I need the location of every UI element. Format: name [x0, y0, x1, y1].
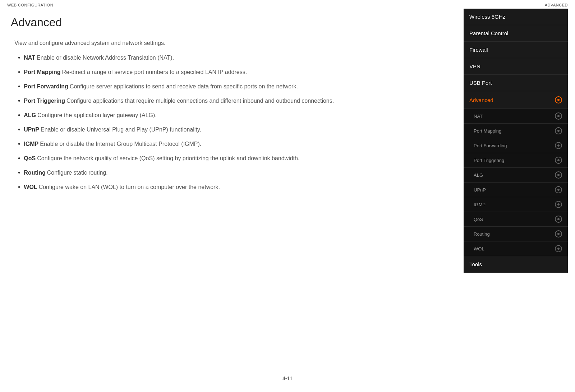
- sidebar-subitem-icon: [555, 216, 562, 223]
- feature-term: Port Mapping: [24, 68, 60, 77]
- feature-term: Routing: [24, 169, 45, 177]
- feature-item: Port Forwarding Configure server applica…: [18, 82, 449, 92]
- main-content: Advanced View and configure advanced sys…: [7, 12, 464, 273]
- header-left-title: Web Configuration: [7, 3, 53, 7]
- sidebar: Wireless 5GHzParental ControlFirewallVPN…: [464, 9, 568, 273]
- page-footer: 4-11: [282, 375, 293, 381]
- feature-term: Port Triggering: [24, 97, 65, 105]
- sidebar-item-vpn[interactable]: VPN: [464, 58, 568, 75]
- sidebar-sublabel: Routing: [474, 231, 490, 237]
- sidebar-item-wireless-5ghz[interactable]: Wireless 5GHz: [464, 9, 568, 25]
- sidebar-sublabel: QoS: [474, 217, 483, 222]
- feature-item: NAT Enable or disable Network Address Tr…: [18, 54, 449, 63]
- sidebar-expand-icon: [555, 96, 562, 103]
- header-right-title: Advanced: [545, 3, 568, 7]
- feature-term: NAT: [24, 54, 35, 62]
- sidebar-subitem-wol[interactable]: WOL: [464, 241, 568, 256]
- sidebar-subitem-icon: [555, 142, 562, 149]
- feature-item: Port Mapping Re-direct a range of servic…: [18, 68, 449, 77]
- feature-item: Port Triggering Configure applications t…: [18, 97, 449, 106]
- sidebar-subitem-nat[interactable]: NAT: [464, 109, 568, 124]
- feature-term: ALG: [24, 111, 36, 120]
- feature-item: ALG Configure the application layer gate…: [18, 111, 449, 120]
- sidebar-label: Advanced: [469, 97, 493, 103]
- sidebar-subitem-routing[interactable]: Routing: [464, 227, 568, 241]
- feature-term: QoS: [24, 154, 36, 163]
- sidebar-subitem-alg[interactable]: ALG: [464, 168, 568, 183]
- feature-term: WOL: [24, 183, 37, 192]
- feature-item: UPnP Enable or disable Universal Plug an…: [18, 125, 449, 135]
- sidebar-label: Firewall: [469, 47, 488, 53]
- sidebar-label: Wireless 5GHz: [469, 14, 505, 20]
- feature-list: NAT Enable or disable Network Address Tr…: [18, 54, 449, 192]
- sidebar-item-advanced[interactable]: Advanced: [464, 91, 568, 109]
- sidebar-subitem-port-forwarding[interactable]: Port Forwarding: [464, 138, 568, 153]
- page-header: Web Configuration Advanced: [0, 0, 575, 9]
- sidebar-sublabel: Port Triggering: [474, 158, 504, 163]
- sidebar-subitem-igmp[interactable]: IGMP: [464, 197, 568, 212]
- sidebar-subitem-qos[interactable]: QoS: [464, 212, 568, 227]
- sidebar-subitem-icon: [555, 157, 562, 164]
- sidebar-sublabel: Port Forwarding: [474, 143, 507, 148]
- sidebar-subitem-icon: [555, 186, 562, 193]
- sidebar-item-parental-control[interactable]: Parental Control: [464, 25, 568, 42]
- main-container: Advanced View and configure advanced sys…: [0, 12, 575, 273]
- sidebar-sublabel: Port Mapping: [474, 128, 501, 134]
- page-number: 4-11: [282, 375, 293, 381]
- feature-item: IGMP Enable or disable the Internet Grou…: [18, 140, 449, 149]
- sidebar-sublabel: ALG: [474, 172, 483, 178]
- sidebar-subitem-port-triggering[interactable]: Port Triggering: [464, 153, 568, 168]
- page-title: Advanced: [11, 16, 449, 29]
- sidebar-label: Tools: [469, 261, 482, 267]
- sidebar-sublabel: WOL: [474, 246, 484, 252]
- sidebar-subitem-upnp[interactable]: UPnP: [464, 183, 568, 197]
- feature-term: IGMP: [24, 140, 38, 148]
- sidebar-item-usb-port[interactable]: USB Port: [464, 75, 568, 91]
- feature-item: WOL Configure wake on LAN (WOL) to turn …: [18, 183, 449, 192]
- sidebar-label: Parental Control: [469, 30, 508, 36]
- sidebar-label: VPN: [469, 63, 480, 69]
- sidebar-label: USB Port: [469, 80, 492, 86]
- sidebar-sublabel: IGMP: [474, 202, 486, 207]
- sidebar-subitem-icon: [555, 245, 562, 252]
- sidebar-subitem-port-mapping[interactable]: Port Mapping: [464, 124, 568, 138]
- sidebar-subitem-icon: [555, 230, 562, 237]
- feature-item: Routing Configure static routing.: [18, 169, 449, 178]
- sidebar-item-tools[interactable]: Tools: [464, 256, 568, 273]
- feature-term: Port Forwarding: [24, 82, 68, 91]
- sidebar-subitem-icon: [555, 171, 562, 179]
- sidebar-subitem-icon: [555, 112, 562, 120]
- feature-term: UPnP: [24, 125, 39, 134]
- sidebar-item-firewall[interactable]: Firewall: [464, 42, 568, 58]
- sidebar-subitem-icon: [555, 201, 562, 208]
- sidebar-sublabel: NAT: [474, 114, 483, 119]
- sidebar-sublabel: UPnP: [474, 187, 486, 193]
- sidebar-subitem-icon: [555, 127, 562, 134]
- feature-item: QoS Configure the network quality of ser…: [18, 154, 449, 163]
- intro-text: View and configure advanced system and n…: [14, 40, 449, 46]
